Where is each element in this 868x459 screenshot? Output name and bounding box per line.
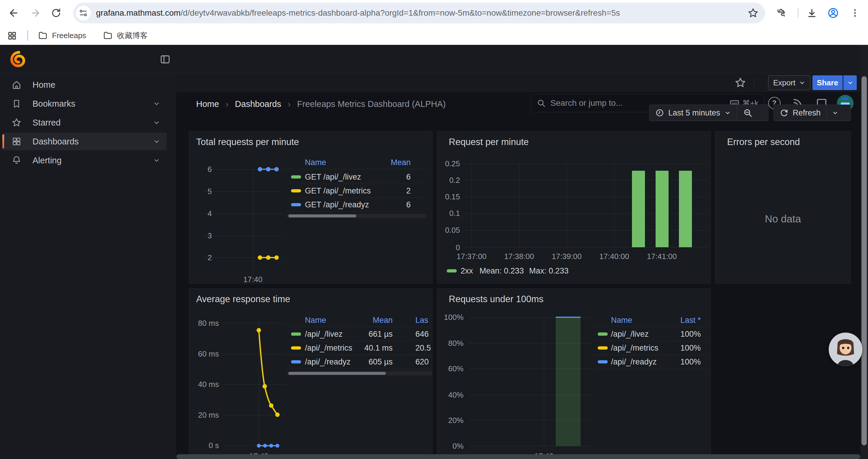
legend-scrollbar[interactable] — [286, 371, 433, 375]
series-color-pill — [291, 189, 301, 193]
back-arrow-icon[interactable] — [7, 6, 20, 20]
legend-last-value: 100% — [642, 343, 701, 352]
export-button[interactable]: Export — [768, 75, 810, 90]
y-tick: 0.1 — [439, 208, 460, 218]
floating-assistant-avatar[interactable] — [829, 333, 862, 366]
y-tick: 100% — [439, 313, 464, 322]
sidebar-item-label: Alerting — [32, 156, 153, 165]
time-controls: Last 5 minutes — [649, 104, 769, 121]
series-color-pill — [598, 347, 608, 350]
y-tick: 40% — [439, 390, 464, 400]
zoom-out-button[interactable] — [737, 105, 758, 121]
chevron-down-icon[interactable] — [153, 100, 160, 107]
bookmark-star-icon[interactable] — [747, 7, 759, 19]
refresh-button[interactable]: Refresh — [774, 105, 827, 121]
sidebar-item-label: Home — [32, 80, 167, 90]
legend-mean-value: 661 µs — [304, 330, 393, 338]
download-icon[interactable] — [805, 6, 818, 20]
forward-arrow-icon[interactable] — [29, 6, 42, 20]
grafana-top-nav: Grafana Home › Dashboards › Freeleaps Me… — [0, 45, 868, 73]
url-path: /d/deytv4rwavabkb/freeleaps-metrics-dash… — [181, 8, 620, 18]
reload-icon[interactable] — [50, 6, 63, 20]
panel-title[interactable]: Total requests per minute — [196, 137, 299, 147]
star-icon — [11, 118, 22, 128]
legend-mean: Mean: 0.233 — [479, 266, 524, 275]
menu-kebab-icon[interactable] — [848, 6, 862, 20]
no-data-message: No data — [715, 213, 850, 225]
panel-title[interactable]: Errors per second — [727, 137, 800, 147]
legend-last-value: 100% — [642, 357, 701, 366]
breadcrumb-separator: › — [225, 99, 228, 109]
legend-scrollbar[interactable] — [286, 214, 427, 218]
series-color-pill — [598, 360, 608, 364]
time-range-label: Last 5 minutes — [668, 108, 720, 118]
series-color-pill — [291, 175, 301, 179]
extensions-puzzle-icon[interactable] — [775, 6, 788, 20]
site-settings-icon[interactable] — [76, 6, 91, 21]
chevron-down-icon — [799, 79, 805, 86]
legend-series-name[interactable]: 2xx — [461, 266, 473, 275]
time-range-picker[interactable]: Last 5 minutes — [649, 105, 737, 121]
bookmark-folder-blogs[interactable]: 收藏博客 — [100, 28, 151, 42]
bookmark-folder-freeleaps[interactable]: Freeleaps — [35, 28, 89, 42]
profile-icon[interactable] — [827, 6, 840, 20]
favorite-star-icon[interactable] — [735, 77, 746, 89]
x-tick: 17:38:00 — [504, 252, 534, 261]
refresh-controls: Refresh — [773, 104, 851, 121]
bell-icon — [11, 155, 22, 165]
bookmarks-divider — [27, 30, 28, 41]
sidebar-item-home[interactable]: Home — [2, 76, 167, 94]
bar-2xx — [679, 171, 692, 247]
breadcrumb-current: Freeleaps Metrics Dashboard (ALPHA) — [297, 99, 446, 109]
x-tick: 17:41:00 — [647, 252, 677, 261]
share-button[interactable]: Share — [812, 75, 843, 90]
panel-errors-per-second: Errors per second No data — [715, 131, 851, 284]
share-dropdown-button[interactable] — [843, 75, 857, 90]
legend-max: Max: 0.233 — [529, 266, 569, 275]
chevron-down-icon[interactable] — [153, 138, 160, 145]
panel-title[interactable]: Requests under 100ms — [449, 294, 544, 304]
y-tick: 0 — [439, 243, 460, 252]
grafana-logo-icon[interactable] — [10, 51, 27, 67]
x-tick: 17:40:00 — [599, 252, 629, 261]
vertical-scrollbar-thumb[interactable] — [862, 76, 867, 446]
dashboard-subheader — [176, 73, 860, 92]
refresh-label: Refresh — [793, 108, 821, 118]
sidebar: Home Bookmarks Starred Dashboards Alerti… — [0, 73, 176, 459]
y-tick: 80% — [439, 338, 464, 348]
chevron-down-icon[interactable] — [153, 119, 160, 126]
breadcrumb-dashboards[interactable]: Dashboards — [235, 99, 281, 109]
legend-header-last[interactable]: Last * — [642, 316, 701, 325]
dock-menu-icon[interactable] — [159, 54, 171, 65]
y-tick: 0.05 — [439, 225, 460, 235]
bar-under-100ms — [556, 317, 581, 446]
legend-header-name[interactable]: Name — [611, 316, 632, 325]
sidebar-item-dashboards[interactable]: Dashboards — [2, 133, 167, 150]
sidebar-item-label: Starred — [32, 118, 153, 128]
apps-grid-icon[interactable] — [7, 31, 17, 41]
panel-title[interactable]: Request per minute — [449, 137, 529, 147]
legend-header-mean[interactable]: Mean — [322, 158, 411, 167]
clock-icon — [655, 108, 664, 117]
sidebar-item-bookmarks[interactable]: Bookmarks — [2, 95, 167, 112]
address-bar[interactable]: grafana.mathmast.com/d/deytv4rwavabkb/fr… — [73, 3, 765, 23]
y-tick: 0.15 — [439, 192, 460, 201]
bar-top-cap — [556, 317, 581, 318]
sidebar-item-alerting[interactable]: Alerting — [2, 152, 167, 169]
sidebar-item-starred[interactable]: Starred — [2, 114, 167, 131]
horizontal-scrollbar[interactable] — [176, 454, 860, 459]
legend-header-last[interactable]: Las — [415, 316, 428, 325]
toolbar-divider — [798, 8, 799, 18]
series-color-pill — [598, 333, 608, 336]
y-tick: 60% — [439, 364, 464, 373]
legend-header-mean[interactable]: Mean — [304, 316, 393, 325]
chevron-down-icon[interactable] — [153, 157, 160, 164]
breadcrumb-home[interactable]: Home — [196, 99, 219, 109]
legend-value: 6 — [322, 200, 411, 209]
series-line-readyz — [259, 445, 277, 446]
breadcrumb-separator: › — [288, 99, 291, 109]
refresh-interval-dropdown[interactable] — [827, 105, 843, 121]
panel-requests-under-100ms: Requests under 100ms 100% 80% 60% 40% 20… — [437, 288, 711, 459]
search-icon — [537, 99, 546, 107]
y-tick: 0% — [439, 441, 464, 451]
